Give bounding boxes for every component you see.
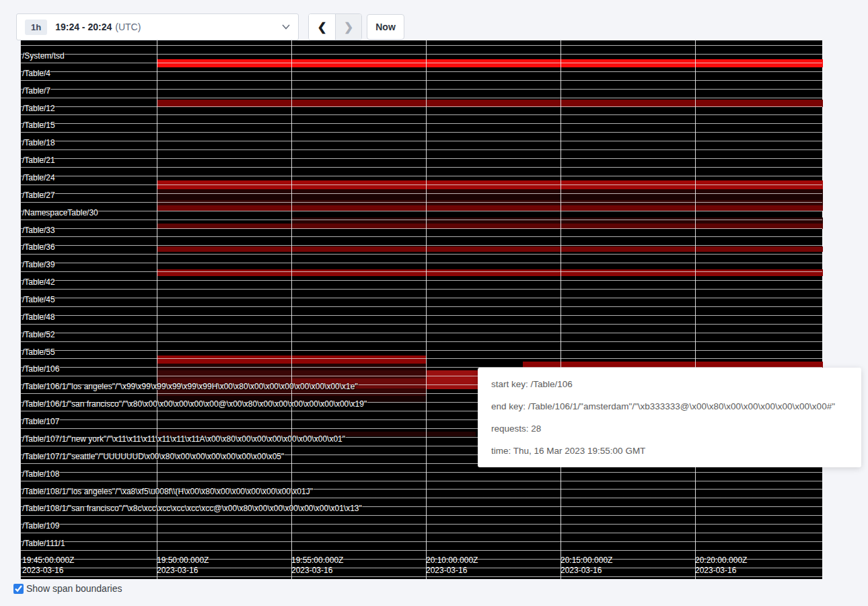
heat-band[interactable] [157,224,823,229]
heat-band[interactable] [291,378,426,389]
row-label: /Table/7 [22,86,50,96]
x-axis-tick: 19:50:00.000Z2023-03-16 [157,556,209,576]
heat-band[interactable] [157,389,426,396]
chevron-down-icon [282,24,290,30]
row-label: /Table/39 [22,260,55,269]
row-label: /Table/111/1 [22,539,65,548]
heat-band[interactable] [157,364,426,370]
heat-band[interactable] [157,378,291,389]
prev-time-button[interactable]: ❮ [309,14,335,40]
row-label: /Table/52 [22,330,55,339]
heat-band[interactable] [157,180,823,189]
time-nav-group: ❮ ❯ [308,13,362,40]
heat-band[interactable] [157,205,823,211]
heat-band[interactable] [157,189,823,195]
heat-band[interactable] [157,370,426,378]
tooltip-end-key: end key: /Table/106/1/"amsterdam"/"\xb33… [491,395,848,417]
row-label: /Table/42 [22,277,55,287]
show-span-boundaries-row: Show span boundaries [13,583,122,594]
x-axis-tick: 19:55:00.000Z2023-03-16 [291,556,343,576]
row-label: /Table/4 [22,69,50,78]
row-label: /Table/24 [22,173,55,182]
x-axis-tick: 20:10:00.000Z2023-03-16 [426,556,478,576]
heat-band[interactable] [426,370,480,389]
x-axis-tick: 20:20:00.000Z2023-03-16 [695,556,747,576]
row-label: /Table/106 [22,364,59,374]
heat-band[interactable] [157,432,476,436]
now-button[interactable]: Now [367,14,404,40]
heat-band[interactable] [157,269,823,276]
tooltip-requests: requests: 28 [491,417,848,440]
row-label: /Table/108/1/"san francisco"/"\x8c\xcc\x… [22,504,362,513]
tooltip-time: time: Thu, 16 Mar 2023 19:55:00 GMT [491,440,848,462]
time-range-label: 19:24 - 20:24 [55,22,112,32]
vertical-gridline [426,40,427,579]
time-range-utc: (UTC) [115,22,141,32]
horizontal-gridlines [21,40,822,579]
row-label: /Table/107/1/"seattle"/"UUUUUUD\x00\x80\… [22,452,284,461]
row-label: /Table/108/1/"los angeles"/"\xa8\xf5\u00… [22,487,313,496]
time-range-badge: 1h [25,20,47,35]
row-label: /Table/107 [22,417,59,426]
row-label: /Table/108 [22,469,59,479]
row-label: /Table/48 [22,312,55,322]
heat-band[interactable] [157,59,823,67]
row-label: /Table/21 [22,156,55,165]
heat-band[interactable] [157,356,426,364]
row-label: /Table/27 [22,191,55,200]
time-range-select[interactable]: 1h 19:24 - 20:24 (UTC) [16,13,299,40]
heat-band[interactable] [291,217,823,224]
row-label: /Table/12 [22,104,55,113]
row-label: /Table/45 [22,295,55,304]
heat-band[interactable] [157,396,426,403]
heat-band[interactable] [157,200,823,205]
show-span-boundaries-checkbox[interactable] [13,584,24,594]
show-span-boundaries-label: Show span boundaries [26,583,122,594]
span-tooltip: start key: /Table/106 end key: /Table/10… [478,368,861,467]
row-label: /System/tsd [22,51,65,61]
key-visualizer-heatmap[interactable]: /System/tsd/Table/4/Table/7/Table/12/Tab… [20,40,822,579]
x-axis-tick: 19:45:00.000Z2023-03-16 [22,556,74,576]
chevron-right-icon: ❯ [344,20,353,34]
row-label: /Table/36 [22,242,55,252]
chevron-left-icon: ❮ [317,20,326,34]
row-label: /Table/55 [22,347,55,357]
heat-band[interactable] [157,100,823,107]
heat-band[interactable] [157,246,823,252]
vertical-gridline [291,40,292,579]
heat-band[interactable] [157,195,823,200]
vertical-gridline [695,40,696,579]
row-label: /Table/33 [22,226,55,235]
tooltip-start-key: start key: /Table/106 [491,373,848,395]
x-axis-tick: 20:15:00.000Z2023-03-16 [560,556,612,576]
row-label: /Table/15 [22,121,55,130]
next-time-button[interactable]: ❯ [335,14,361,40]
row-label: /NamespaceTable/30 [22,208,98,217]
row-label: /Table/18 [22,138,55,147]
row-label: /Table/109 [22,521,59,531]
vertical-gridline [157,40,157,579]
vertical-gridline [560,40,561,579]
